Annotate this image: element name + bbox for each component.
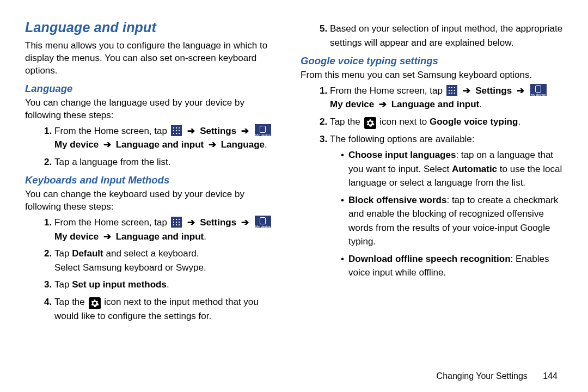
gear-icon: [364, 117, 376, 129]
arrow-icon: ➔: [103, 231, 111, 242]
mydevice-label: My device: [330, 99, 374, 109]
settings-label: Settings: [200, 217, 236, 228]
keyboards-steps-cont: Based on your selection of input method,…: [301, 22, 563, 50]
arrow-icon: ➔: [209, 139, 216, 150]
step-text: From the Home screen, tap: [54, 217, 167, 228]
step-item: Tap Default and select a keyboard. Selec…: [54, 247, 281, 274]
list-item: Choose input languages: tap on a languag…: [341, 148, 563, 190]
option-label: Block offensive words: [348, 195, 446, 205]
arrow-icon: ➔: [463, 85, 470, 96]
automatic-label: Automatic: [452, 164, 497, 174]
section-gvt-heading: Google voice typing settings: [301, 55, 563, 67]
section-keyboards-intro: You can change the keyboard used by your…: [25, 188, 281, 213]
my-device-icon: [255, 124, 271, 136]
arrow-icon: ➔: [103, 139, 111, 150]
step-item: From the Home screen, tap ➔ Settings ➔ M…: [330, 84, 563, 112]
step-item: Tap the icon next to Google voice typing…: [330, 115, 563, 129]
list-item: Block offensive words: tap to create a c…: [341, 193, 563, 249]
step-item: From the Home screen, tap ➔ Settings ➔ M…: [54, 124, 281, 152]
section-language-heading: Language: [25, 83, 281, 95]
step-text: Select Samsung keyboard or Swype.: [54, 262, 206, 273]
step-item: Tap Set up input methods.: [54, 278, 281, 292]
arrow-icon: ➔: [241, 126, 249, 136]
page-number: 144: [543, 371, 558, 381]
list-item: Download offline speech recognition: Ena…: [341, 252, 563, 280]
mydevice-label: My device: [54, 139, 99, 150]
setup-label: Set up input methods: [72, 279, 167, 290]
langinput-label: Language and input: [391, 99, 480, 109]
gvt-label: Google voice typing: [430, 117, 518, 127]
step-text: From the Home screen, tap: [330, 85, 443, 96]
step-text: Tap: [54, 279, 72, 290]
option-label: Download offline speech recognition: [348, 254, 511, 264]
step-text: icon next to: [379, 117, 430, 127]
gear-icon: [89, 297, 101, 309]
step-item: Tap the icon next to the input method th…: [54, 295, 281, 323]
my-device-icon: [530, 84, 547, 96]
arrow-icon: ➔: [187, 217, 195, 228]
arrow-icon: ➔: [241, 217, 249, 228]
step-text: Tap: [54, 248, 72, 259]
apps-icon: [446, 85, 457, 96]
gvt-intro: From this menu you can set Samsung keybo…: [301, 69, 563, 82]
default-label: Default: [72, 248, 103, 259]
gvt-steps: From the Home screen, tap ➔ Settings ➔ M…: [301, 84, 563, 280]
step-text: From the Home screen, tap: [54, 126, 167, 136]
apps-icon: [171, 125, 182, 136]
step-text: and select a keyboard.: [103, 248, 199, 259]
step-item: Based on your selection of input method,…: [330, 22, 563, 50]
arrow-icon: ➔: [187, 126, 195, 136]
langinput-label: Language and input: [116, 139, 204, 150]
language-label: Language: [221, 139, 265, 150]
step-item: The following options are available: Cho…: [330, 132, 563, 280]
arrow-icon: ➔: [379, 99, 387, 109]
intro-text: This menu allows you to configure the la…: [25, 40, 281, 77]
step-item: Tap a language from the list.: [54, 155, 281, 169]
settings-label: Settings: [475, 85, 512, 96]
langinput-label: Language and input: [116, 231, 204, 242]
gvt-options: Choose input languages: tap on a languag…: [330, 148, 563, 280]
arrow-icon: ➔: [517, 85, 524, 96]
mydevice-label: My device: [54, 231, 99, 242]
step-text: Tap the: [54, 297, 88, 307]
settings-label: Settings: [200, 126, 236, 136]
step-text: Tap the: [330, 117, 363, 127]
language-steps: From the Home screen, tap ➔ Settings ➔ M…: [25, 124, 281, 169]
section-language-intro: You can change the language used by your…: [25, 97, 281, 122]
step-text: The following options are available:: [330, 134, 475, 144]
page-footer: Changing Your Settings 144: [437, 371, 558, 381]
my-device-icon: [255, 216, 271, 228]
page-title: Language and input: [25, 20, 281, 35]
chapter-name: Changing Your Settings: [437, 371, 528, 381]
apps-icon: [171, 217, 182, 228]
step-item: From the Home screen, tap ➔ Settings ➔ M…: [54, 216, 281, 243]
keyboards-steps: From the Home screen, tap ➔ Settings ➔ M…: [25, 216, 281, 323]
section-keyboards-heading: Keyboards and Input Methods: [25, 174, 281, 186]
option-label: Choose input languages: [348, 150, 456, 160]
